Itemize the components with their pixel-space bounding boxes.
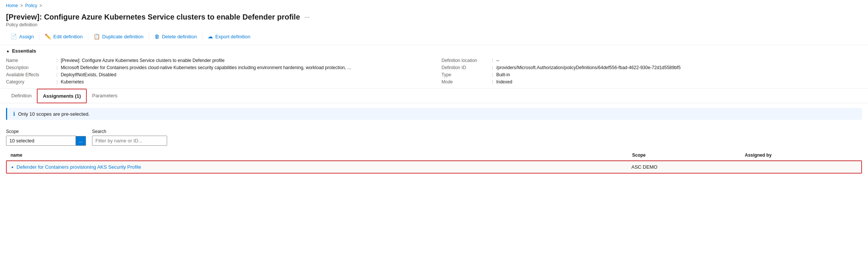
essentials-header[interactable]: ▲ Essentials bbox=[6, 48, 862, 54]
edit-icon: ✏️ bbox=[45, 33, 51, 39]
row-name-cell: ● Defender for Containers provisioning A… bbox=[11, 164, 631, 170]
scope-input-row: ... bbox=[6, 136, 86, 146]
search-filter-group: Search bbox=[92, 129, 167, 146]
scope-filter-group: Scope ... bbox=[6, 129, 86, 146]
table-row: ● Defender for Containers provisioning A… bbox=[6, 160, 862, 174]
delete-icon: 🗑 bbox=[154, 33, 160, 39]
toolbar-separator-4 bbox=[202, 33, 202, 40]
breadcrumb-home[interactable]: Home bbox=[6, 3, 18, 8]
essentials-chevron: ▲ bbox=[6, 49, 10, 53]
search-input[interactable] bbox=[92, 136, 167, 146]
essentials-row-name: Name : [Preview]: Configure Azure Kubern… bbox=[6, 57, 427, 64]
info-text: Only 10 scopes are pre-selected. bbox=[18, 111, 90, 117]
tab-parameters[interactable]: Parameters bbox=[87, 89, 122, 103]
page-subtitle: Policy definition bbox=[6, 22, 862, 27]
tab-definition[interactable]: Definition bbox=[6, 89, 37, 103]
essentials-row-location: Definition location : -- bbox=[442, 57, 862, 64]
row-dot-icon: ● bbox=[11, 165, 14, 169]
export-definition-button[interactable]: ☁ Export definition bbox=[203, 31, 255, 42]
page-title-text: [Preview]: Configure Azure Kubernetes Se… bbox=[6, 13, 300, 21]
essentials-row-category: Category : Kubernetes bbox=[6, 78, 427, 85]
essentials-row-type: Type : Built-in bbox=[442, 71, 862, 78]
table-header: name Scope Assigned by bbox=[6, 150, 862, 160]
assign-button[interactable]: 📄 Assign bbox=[6, 31, 38, 42]
table-section: name Scope Assigned by ● Defender for Co… bbox=[0, 150, 868, 174]
assignment-link[interactable]: Defender for Containers provisioning AKS… bbox=[17, 164, 141, 170]
export-icon: ☁ bbox=[208, 33, 213, 39]
essentials-row-mode: Mode : Indexed bbox=[442, 78, 862, 85]
col-header-scope[interactable]: Scope bbox=[632, 153, 745, 158]
breadcrumb-policy[interactable]: Policy bbox=[25, 3, 37, 8]
tabs: Definition Assignments (1) Parameters bbox=[0, 89, 868, 103]
info-bar: ℹ Only 10 scopes are pre-selected. bbox=[6, 108, 862, 120]
ellipsis-button[interactable]: ··· bbox=[303, 14, 311, 21]
page-header: [Preview]: Configure Azure Kubernetes Se… bbox=[0, 11, 868, 28]
assign-icon: 📄 bbox=[11, 33, 17, 39]
essentials-left: Name : [Preview]: Configure Azure Kubern… bbox=[6, 57, 427, 85]
delete-definition-button[interactable]: 🗑 Delete definition bbox=[150, 31, 201, 42]
row-scope-cell: ASC DEMO bbox=[631, 164, 744, 170]
scope-label: Scope bbox=[6, 129, 86, 134]
tab-assignments[interactable]: Assignments (1) bbox=[37, 89, 87, 103]
duplicate-icon: 📋 bbox=[94, 33, 100, 39]
toolbar-separator-3 bbox=[149, 33, 149, 40]
filter-row: Scope ... Search bbox=[0, 124, 868, 150]
breadcrumb: Home > Policy > bbox=[0, 0, 868, 11]
info-icon: ℹ bbox=[13, 111, 15, 117]
breadcrumb-sep2: > bbox=[39, 3, 42, 8]
scope-input[interactable] bbox=[6, 136, 76, 146]
essentials-right: Definition location : -- Definition ID :… bbox=[442, 57, 862, 85]
toolbar-separator-2 bbox=[88, 33, 88, 40]
toolbar: 📄 Assign ✏️ Edit definition 📋 Duplicate … bbox=[0, 28, 868, 45]
essentials-row-definition-id: Definition ID : /providers/Microsoft.Aut… bbox=[442, 64, 862, 71]
duplicate-definition-button[interactable]: 📋 Duplicate definition bbox=[89, 31, 148, 42]
scope-dots-button[interactable]: ... bbox=[76, 136, 86, 146]
search-label: Search bbox=[92, 129, 167, 134]
toolbar-separator-1 bbox=[39, 33, 39, 40]
essentials-row-effects: Available Effects : DeployIfNotExists, D… bbox=[6, 71, 427, 78]
essentials-grid: Name : [Preview]: Configure Azure Kubern… bbox=[6, 57, 862, 85]
col-header-name[interactable]: name bbox=[11, 153, 632, 158]
edit-definition-button[interactable]: ✏️ Edit definition bbox=[40, 31, 87, 42]
breadcrumb-sep1: > bbox=[20, 3, 23, 8]
essentials-row-description: Description : Microsoft Defender for Con… bbox=[6, 64, 427, 71]
col-header-assigned-by[interactable]: Assigned by bbox=[745, 153, 857, 158]
essentials-section: ▲ Essentials Name : [Preview]: Configure… bbox=[0, 45, 868, 89]
